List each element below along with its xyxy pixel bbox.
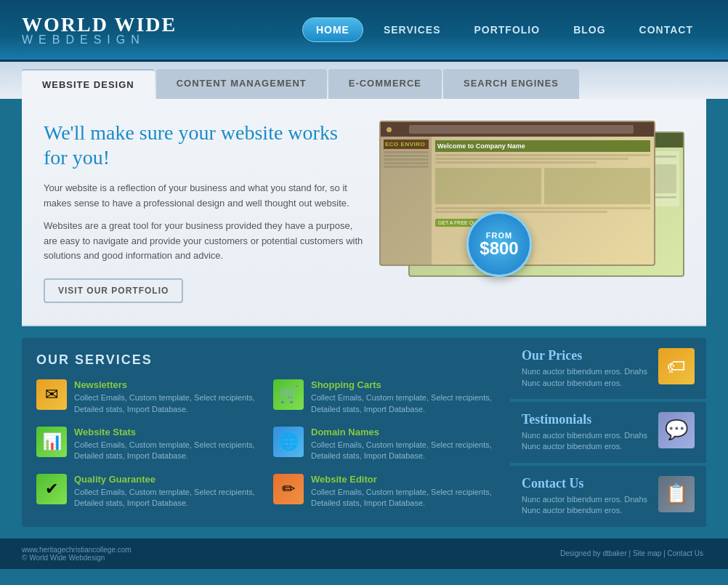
service-name-editor[interactable]: Website Editor — [311, 474, 496, 485]
visit-portfolio-button[interactable]: VISIT OUR PORTFOLIO — [44, 278, 183, 303]
price-badge: FROM $800 — [466, 211, 532, 277]
panel-body-1: Your website is a reflection of your bus… — [44, 181, 365, 211]
service-desc-guarantee: Collect Emails, Custom template, Select … — [74, 487, 259, 509]
sidebar-prices-body: Nunc auctor bibendum eros. Dnahs Nunc au… — [522, 366, 650, 389]
newsletter-icon: ✉ — [36, 379, 67, 410]
service-name-domains[interactable]: Domain Names — [311, 427, 496, 437]
logo: WORLD WIDE WEBDESIGN — [22, 13, 177, 47]
sidebar-prices-text: Our Prices Nunc auctor bibendum eros. Dn… — [522, 348, 650, 389]
service-desc-carts: Collect Emails, Custom template, Select … — [311, 392, 496, 415]
price-tag-icon: 🏷 — [658, 348, 695, 384]
contact-icon: 📋 — [658, 476, 695, 512]
main-nav: HOME SERVICES PORTFOLIO BLOG CONTACT — [302, 17, 706, 42]
globe-icon: 🌐 — [273, 427, 304, 457]
nav-blog[interactable]: BLOG — [560, 18, 618, 41]
price-amount: $800 — [480, 240, 518, 257]
shopping-cart-icon: 🛒 — [273, 379, 304, 410]
sidebar-contact-text: Contact Us Nunc auctor bibendum eros. Dn… — [522, 476, 650, 517]
main-panel: We'll make sure your website works for y… — [22, 99, 706, 326]
services-title: OUR SERVICES — [36, 352, 496, 368]
sidebar-contact-body: Nunc auctor bibendum eros. Dnahs Nunc au… — [522, 494, 650, 517]
tab-website-design[interactable]: WEBSITE DESIGN — [22, 69, 155, 99]
service-quality-guarantee: ✔ Quality Guarantee Collect Emails, Cust… — [36, 474, 259, 509]
stats-icon: 📊 — [36, 427, 67, 457]
panel-headline: We'll make sure your website works for y… — [44, 121, 365, 169]
service-desc-domains: Collect Emails, Custom template, Select … — [311, 440, 496, 462]
service-newsletters: ✉ Newsletters Collect Emails, Custom tem… — [36, 379, 259, 415]
footer-url: www.heritagechristiancollege.com — [22, 546, 132, 554]
footer-copyright: © World Wide Webdesign — [22, 554, 132, 562]
service-name-guarantee[interactable]: Quality Guarantee — [74, 474, 259, 485]
tabs-bar: WEBSITE DESIGN CONTENT MANAGEMENT E-COMM… — [22, 69, 706, 99]
footer: www.heritagechristiancollege.com © World… — [0, 538, 728, 569]
sidebar-testimonials: Testimonials Nunc auctor bibendum eros. … — [510, 402, 706, 463]
footer-left: www.heritagechristiancollege.com © World… — [22, 546, 132, 562]
sidebar-prices-title[interactable]: Our Prices — [522, 348, 650, 363]
pencil-icon: ✏ — [273, 474, 304, 504]
service-name-newsletters[interactable]: Newsletters — [74, 379, 259, 390]
service-name-carts[interactable]: Shopping Carts — [311, 379, 496, 390]
check-icon: ✔ — [36, 474, 67, 504]
sidebar-contact-title[interactable]: Contact Us — [522, 476, 650, 491]
chat-icon: 💬 — [658, 412, 695, 448]
footer-right: Designed by dtbaker | Site map | Contact… — [557, 549, 706, 557]
sidebar-contact: Contact Us Nunc auctor bibendum eros. Dn… — [510, 466, 706, 527]
services-grid: ✉ Newsletters Collect Emails, Custom tem… — [36, 379, 496, 509]
sidebar-prices: Our Prices Nunc auctor bibendum eros. Dn… — [510, 338, 706, 399]
services-panel: OUR SERVICES ✉ Newsletters Collect Email… — [22, 338, 510, 526]
service-website-stats: 📊 Website Stats Collect Emails, Custom t… — [36, 427, 259, 462]
panel-preview: ECO ENVIRO Welcome to Company Name — [379, 121, 684, 266]
sidebar-testimonials-text: Testimonials Nunc auctor bibendum eros. … — [522, 412, 650, 453]
service-text-carts: Shopping Carts Collect Emails, Custom te… — [311, 379, 496, 415]
service-desc-editor: Collect Emails, Custom template, Select … — [311, 487, 496, 509]
sidebar-testimonials-body: Nunc auctor bibendum eros. Dnahs Nunc au… — [522, 430, 650, 453]
service-text-guarantee: Quality Guarantee Collect Emails, Custom… — [74, 474, 259, 509]
tab-ecommerce[interactable]: E-COMMERCE — [328, 69, 442, 99]
tabs-section: WEBSITE DESIGN CONTENT MANAGEMENT E-COMM… — [0, 62, 728, 99]
service-desc-newsletters: Collect Emails, Custom template, Select … — [74, 392, 259, 415]
header: WORLD WIDE WEBDESIGN HOME SERVICES PORTF… — [0, 0, 728, 62]
bottom-section: OUR SERVICES ✉ Newsletters Collect Email… — [22, 326, 706, 526]
nav-portfolio[interactable]: PORTFOLIO — [461, 18, 553, 41]
service-website-editor: ✏ Website Editor Collect Emails, Custom … — [273, 474, 496, 509]
service-name-stats[interactable]: Website Stats — [74, 427, 259, 437]
nav-contact[interactable]: CONTACT — [626, 18, 706, 41]
sidebar-panels: Our Prices Nunc auctor bibendum eros. Dn… — [510, 338, 706, 526]
service-text-newsletters: Newsletters Collect Emails, Custom templ… — [74, 379, 259, 415]
logo-bottom: WEBDESIGN — [22, 33, 177, 47]
footer-right-text: Designed by dtbaker | Site map | Contact… — [560, 549, 703, 557]
sidebar-testimonials-title[interactable]: Testimonials — [522, 412, 650, 427]
nav-home[interactable]: HOME — [302, 17, 363, 42]
panel-text: We'll make sure your website works for y… — [44, 121, 365, 303]
service-shopping-carts: 🛒 Shopping Carts Collect Emails, Custom … — [273, 379, 496, 415]
tab-content-management[interactable]: CONTENT MANAGEMENT — [156, 69, 327, 99]
service-text-editor: Website Editor Collect Emails, Custom te… — [311, 474, 496, 509]
service-desc-stats: Collect Emails, Custom template, Select … — [74, 440, 259, 462]
panel-body-2: Websites are a great tool for your busin… — [44, 219, 365, 264]
service-domain-names: 🌐 Domain Names Collect Emails, Custom te… — [273, 427, 496, 462]
service-text-stats: Website Stats Collect Emails, Custom tem… — [74, 427, 259, 462]
nav-services[interactable]: SERVICES — [371, 18, 454, 41]
service-text-domains: Domain Names Collect Emails, Custom temp… — [311, 427, 496, 462]
tab-search-engines[interactable]: SEARCH ENGINES — [443, 69, 579, 99]
